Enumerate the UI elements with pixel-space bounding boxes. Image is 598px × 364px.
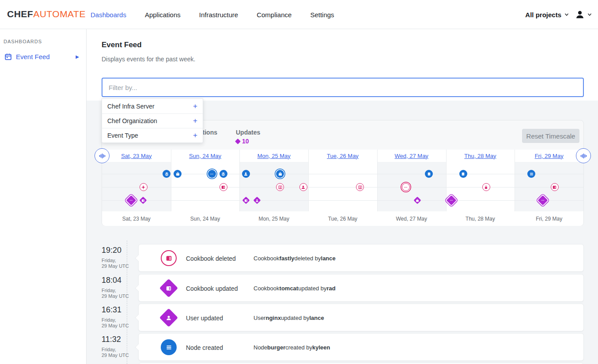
- person-updated-icon: [159, 308, 178, 327]
- event-card[interactable]: Cookbook updatedCookbook tomcat updated …: [138, 274, 584, 302]
- event-description-text: Node: [254, 344, 267, 351]
- timeline-day-link[interactable]: Thu, 28 May: [464, 153, 496, 159]
- legend-updates-count: 10: [236, 138, 249, 145]
- timeline-day-footer-label: Mon, 25 May: [239, 211, 308, 226]
- event-type-label: User updated: [186, 304, 223, 332]
- calendar-icon: [4, 53, 12, 60]
- creations-event-marker-ellipsis-icon[interactable]: [208, 170, 216, 178]
- timeline-day-link[interactable]: Sun, 24 May: [189, 153, 221, 159]
- event-date: Friday,29 May UTC: [102, 258, 137, 269]
- projects-filter-dropdown[interactable]: All projects: [525, 11, 569, 19]
- logo-chef-text: CHEF: [7, 9, 33, 19]
- expand-arrow-icon[interactable]: ▶: [76, 54, 79, 59]
- event-description-text: deleted by: [295, 255, 321, 262]
- reset-timescale-button[interactable]: Reset Timescale: [522, 129, 579, 143]
- event-timestamp: 19:20Friday,29 May UTC: [102, 246, 137, 269]
- timeline-column-tint: [239, 162, 308, 211]
- timeline-day-header: Sat, 23 May: [102, 150, 171, 162]
- updates-marker-icon: [235, 139, 241, 144]
- plus-icon[interactable]: +: [193, 116, 197, 125]
- event-description: User nginx updated by lance: [254, 304, 324, 332]
- event-type-label: Cookbook deleted: [186, 244, 236, 272]
- equalizer-icon: [98, 152, 106, 160]
- nav-item-infrastructure[interactable]: Infrastructure: [199, 11, 238, 19]
- filter-category-label: Chef Infra Server: [107, 103, 155, 110]
- timeline-day-link[interactable]: Wed, 27 May: [395, 153, 428, 159]
- event-description-text: Cookbook: [254, 255, 280, 262]
- event-card[interactable]: User updatedUser nginx updated by lance: [138, 304, 584, 331]
- timeline-day-link[interactable]: Sat, 23 May: [121, 153, 151, 159]
- deletions-event-marker-person-icon[interactable]: [299, 183, 307, 191]
- creations-event-marker-profile-icon[interactable]: [459, 170, 467, 178]
- event-entity-name: fastly: [280, 255, 295, 262]
- creations-event-marker-person-icon[interactable]: [242, 170, 250, 178]
- page-subtitle: Displays events for the past week.: [102, 56, 195, 63]
- filter-category-event-type[interactable]: Event Type+: [102, 128, 203, 143]
- top-navigation-bar: CHEFAUTOMATE DashboardsApplicationsInfra…: [0, 0, 598, 29]
- creations-event-marker-layers-icon[interactable]: [163, 170, 170, 178]
- timeline-column-tint: [515, 162, 583, 211]
- event-entity-name: kyleen: [312, 344, 330, 351]
- event-date: Friday,29 May UTC: [102, 288, 137, 299]
- chef-automate-logo: CHEFAUTOMATE: [7, 9, 86, 19]
- sidebar-item-label: Event Feed: [16, 53, 50, 60]
- book-updated-icon: [159, 279, 178, 297]
- nav-item-applications[interactable]: Applications: [145, 11, 181, 19]
- event-description: Node burger created by kyleen: [254, 334, 330, 361]
- filter-input[interactable]: [102, 78, 584, 97]
- event-entity-name: lance: [309, 315, 324, 321]
- list-created-icon: [161, 339, 177, 355]
- event-description-text: created by: [285, 344, 312, 351]
- event-description: Cookbook tomcat updated by rad: [254, 274, 336, 302]
- event-description-text: Cookbook: [254, 285, 280, 292]
- deletions-event-marker-book-icon[interactable]: [551, 183, 559, 191]
- timeline-day-header: Sun, 24 May: [171, 150, 240, 162]
- user-menu[interactable]: [575, 10, 592, 19]
- timeline-day-header: Wed, 27 May: [377, 150, 446, 162]
- timescale-left-handle[interactable]: [95, 148, 110, 163]
- nav-item-dashboards[interactable]: Dashboards: [91, 11, 126, 19]
- projects-filter-label: All projects: [525, 11, 561, 19]
- filter-category-chef-infra-server[interactable]: Chef Infra Server+: [102, 99, 203, 113]
- event-time: 11:32: [102, 335, 137, 344]
- plus-icon[interactable]: +: [193, 131, 197, 140]
- chevron-down-icon: [564, 12, 569, 17]
- timeline-day-footer-label: Sun, 24 May: [171, 211, 240, 226]
- event-entity-name: tomcat: [280, 285, 299, 292]
- sidebar: DASHBOARDS Event Feed ▶: [0, 29, 87, 364]
- creations-event-marker-profile-icon[interactable]: [425, 170, 433, 178]
- deletions-event-marker-ellipsis-icon[interactable]: [402, 183, 410, 191]
- deletions-event-marker-badge-icon[interactable]: [356, 183, 364, 191]
- filter-category-label: Event Type: [107, 132, 138, 139]
- updates-event-marker-ellipsis-icon[interactable]: [447, 195, 457, 206]
- nav-item-compliance[interactable]: Compliance: [257, 11, 291, 19]
- page-title: Event Feed: [102, 41, 142, 49]
- event-card[interactable]: Node createdNode burger created by kylee…: [138, 333, 584, 361]
- event-entity-name: nginx: [265, 315, 281, 321]
- sidebar-item-event-feed[interactable]: Event Feed ▶: [0, 50, 86, 63]
- event-entity-name: burger: [267, 344, 285, 351]
- main-nav: DashboardsApplicationsInfrastructureComp…: [91, 0, 334, 29]
- nav-item-settings[interactable]: Settings: [310, 11, 334, 19]
- timeline-day-header: Mon, 25 May: [239, 150, 308, 162]
- timeline-day-header: Thu, 28 May: [446, 150, 515, 162]
- deletions-event-marker-book-icon[interactable]: [220, 183, 227, 191]
- logo-automate-text: AUTOMATE: [33, 9, 86, 19]
- event-description: Cookbook fastly deleted by lance: [254, 244, 336, 272]
- plus-icon[interactable]: +: [193, 102, 197, 111]
- creations-event-marker-bag-icon[interactable]: [174, 170, 182, 178]
- deletions-event-marker-cog-icon[interactable]: [140, 183, 148, 191]
- filter-category-chef-organization[interactable]: Chef Organization+: [102, 113, 203, 128]
- timeline-day-footer-label: Tue, 26 May: [308, 211, 377, 226]
- column-divider: [377, 150, 378, 211]
- creations-event-marker-layers-icon[interactable]: [220, 170, 227, 178]
- equalizer-icon: [579, 152, 588, 160]
- timeline-day-link[interactable]: Tue, 26 May: [327, 153, 359, 159]
- event-description-text: updated by: [281, 315, 309, 321]
- deletions-event-marker-lock-icon[interactable]: [482, 183, 490, 191]
- event-card[interactable]: Cookbook deletedCookbook fastly deleted …: [138, 244, 584, 272]
- timeline-row-line: [102, 187, 583, 188]
- timeline-day-link[interactable]: Fri, 29 May: [535, 153, 564, 159]
- timescale-right-handle[interactable]: [576, 148, 591, 163]
- timeline-day-link[interactable]: Mon, 25 May: [257, 153, 291, 159]
